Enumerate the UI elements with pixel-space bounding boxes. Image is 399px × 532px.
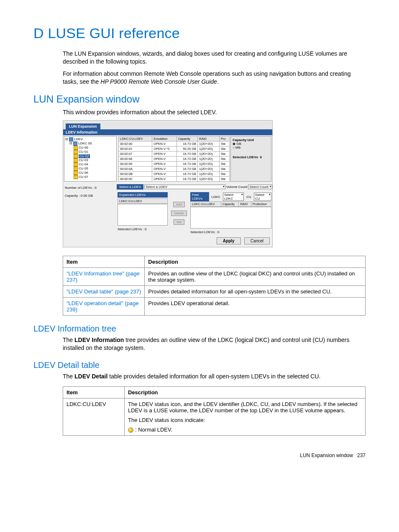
cu-icon [74, 167, 78, 171]
ldkc-dropdown[interactable]: Select LDKC [223, 193, 244, 201]
table-row[interactable]: 00:02:01OPEN-V *350.20 GB1(2D+2D)Sta [119, 146, 230, 152]
cu-icon [74, 162, 78, 167]
xref-ldev-operation-detail[interactable]: "LDEV operation detail" (page 239) [66, 300, 139, 313]
section-ldev-information-tree: LDEV Information tree [33, 324, 366, 334]
ldev-information-header: LDEV Information [63, 129, 272, 135]
table-row[interactable]: 00:02:00OPEN-V16.73 GB1(2D+2D)Sta [119, 141, 230, 146]
table-row[interactable]: 00:02:08OPEN-V16.73 GB1(2D+2D)Sta [119, 157, 230, 162]
summary-info: Number of LDEVs : 0 Capacity : 0.00 GB [63, 184, 117, 235]
table-row: "LDEV Information tree" (page 237) Provi… [63, 268, 366, 286]
table-row[interactable]: 00:02:0COPEN-V16.73 GB1(2D+2D)Sta [119, 177, 230, 182]
table-row[interactable]: 00:02:07OPEN-V16.73 GB1(2D+2D)Sta [119, 152, 230, 157]
intro-paragraph-2: For information about common Remote Web … [63, 70, 366, 86]
section-lun-expansion-window: LUN Expansion window [33, 93, 366, 105]
table-row: "LDEV Detail table" (page 237) Provides … [63, 286, 366, 298]
ldev-detail-items-table: Item Description LDKC:CU:LDEV The LDEV s… [63, 386, 366, 436]
ldev-detail-table[interactable]: LDKC:CU:LDEV Emulation Capacity RAID Pro… [118, 136, 230, 182]
ldev-root-icon [69, 137, 73, 141]
ldkc-icon [73, 141, 77, 146]
cu-icon [74, 146, 78, 150]
expanded-ldevs-table[interactable]: LDKC:CU:LDEV [118, 198, 168, 204]
cu-icon [74, 175, 78, 179]
capacity-unit-panel: Capacity Unit ◉ GB ○ MB Selected LDEVs 0 [230, 136, 271, 182]
cu-icon [74, 158, 78, 162]
expanded-ldevs-header: Expanded LDEVs [118, 192, 168, 198]
set-button[interactable]: Set [174, 219, 184, 225]
free-footer: Selected LDEVs : 0 [190, 230, 271, 234]
delete-button[interactable]: Delete [171, 211, 187, 216]
lun-expansion-screenshot: LUN Expansion LDEV Information ⊟ LDEV ⊟ … [63, 120, 273, 247]
cu-icon [74, 154, 78, 158]
page-title: D LUSE GUI reference [33, 25, 366, 41]
volume-count-dropdown[interactable]: Select Count [248, 185, 272, 189]
guide-title-reference: HP P9000 Remote Web Console User Guide [100, 78, 217, 85]
xref-ldev-detail-table[interactable]: "LDEV Detail table" (page 237) [66, 288, 141, 295]
xref-ldev-info-tree[interactable]: "LDEV Information tree" (page 237) [66, 270, 140, 283]
table-row: LDKC:CU:LDEV The LDEV status icon, and t… [63, 398, 366, 436]
select-ldev-dropdown[interactable]: Select a LDEV [144, 185, 225, 189]
section1-lead: This window provides information about t… [63, 108, 366, 116]
cancel-button[interactable]: Cancel [244, 237, 270, 244]
cu-icon [74, 171, 78, 175]
radio-mb[interactable]: ○ MB [233, 146, 269, 149]
window-items-table: Item Description "LDEV Information tree"… [63, 256, 366, 316]
free-ldevs-table[interactable]: LDKC:CU:LDEV Capacity RAID Protection [190, 201, 271, 207]
ldev-tree[interactable]: ⊟ LDEV ⊟ LDKC 00 CU 00 CU 01 CU 02 CU 03… [64, 136, 117, 182]
table-row[interactable]: 00:02:0AOPEN-V16.73 GB1(2D+2D)Sta [119, 167, 230, 172]
radio-gb[interactable]: ◉ GB [233, 142, 269, 146]
cu-icon [74, 150, 78, 154]
normal-ldev-icon [128, 427, 133, 433]
section-ldev-detail-table: LDEV Detail table [33, 360, 366, 370]
expanded-footer: Selected LDEVs : 0 [118, 227, 168, 231]
select-ldev-header: Select a LDEV [117, 184, 143, 190]
intro-paragraph-1: The LUN Expansion windows, wizards, and … [63, 50, 366, 66]
tab-lun-expansion[interactable]: LUN Expansion [66, 123, 100, 129]
table-row: "LDEV operation detail" (page 239) Provi… [63, 298, 366, 316]
table-row[interactable]: 00:02:0BOPEN-V16.73 GB1(2D+2D)Sta [119, 172, 230, 177]
page-footer: LUN Expansion window 237 [33, 452, 366, 458]
cu-selected[interactable]: CU 02 [79, 154, 90, 159]
free-ldevs-header: Free LDEVs [190, 192, 209, 201]
ldev-info-tree-paragraph: The LDEV Information tree provides an ou… [63, 336, 366, 352]
add-button[interactable]: Add [173, 202, 185, 207]
ldev-detail-table-paragraph: The LDEV Detail table provides detailed … [63, 373, 366, 380]
apply-button[interactable]: Apply [217, 237, 241, 244]
cu-dropdown[interactable]: Select CU [254, 193, 271, 201]
table-row[interactable]: 00:02:09OPEN-V16.73 GB1(2D+2D)Sta [119, 162, 230, 167]
